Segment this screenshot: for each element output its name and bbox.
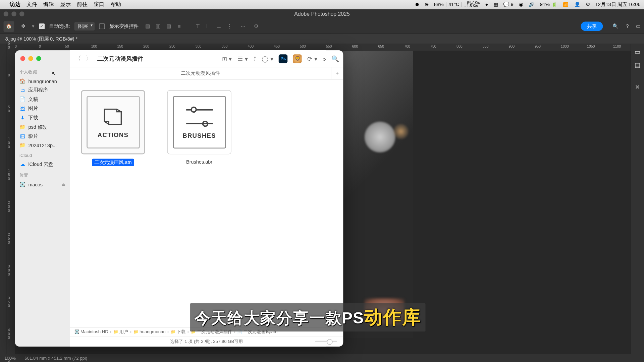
move-tool-icon[interactable]: ✥	[18, 23, 27, 29]
more-icon[interactable]: »	[323, 55, 326, 62]
share-button[interactable]: 共享	[581, 22, 603, 31]
sidebar-item[interactable]: 🎞影片	[18, 132, 67, 141]
finder-window-controls[interactable]	[20, 56, 41, 61]
finder-content[interactable]: ↖ ACTIONS二次元漫画风.atnBRUSHESBrushes.abr	[70, 79, 343, 327]
document-tab[interactable]: 8.jpg @ 100% (图层 0, RGB/8#) *	[0, 34, 644, 44]
steam-icon[interactable]: ◉	[519, 2, 523, 7]
tools-panel[interactable]	[0, 44, 7, 354]
sidebar-item[interactable]: ☁iCloud 云盘	[18, 160, 67, 169]
finder-tab[interactable]: 二次元动漫风插件	[70, 67, 331, 79]
show-transform-checkbox[interactable]	[99, 23, 105, 29]
help-icon[interactable]: ？	[625, 23, 630, 30]
action-menu-icon[interactable]: ⟳ ▾	[307, 55, 317, 62]
clock[interactable]: 12月13日 周五 16:06	[595, 1, 641, 8]
volume-icon[interactable]: 🔊	[529, 2, 535, 7]
menubar-icon-1[interactable]: ▦	[493, 2, 498, 7]
forward-button[interactable]: 〉	[86, 54, 92, 63]
group-icon[interactable]: ☰ ▾	[237, 55, 248, 62]
sidebar-item[interactable]: 📁20241213p...	[18, 141, 67, 149]
open-with-photoshop-icon[interactable]: Ps	[279, 54, 287, 63]
more-options-icon[interactable]: ⋯	[238, 22, 247, 31]
record-icon[interactable]: ⏺	[415, 2, 420, 7]
window-controls[interactable]	[4, 11, 24, 16]
align-bottom-icon[interactable]: ⊥	[215, 22, 223, 31]
sidebar-group-favorites: 个人收藏	[19, 69, 65, 75]
show-transform-label: 显示变换控件	[109, 23, 139, 30]
wifi-icon[interactable]: 📶	[562, 2, 569, 7]
gear-icon[interactable]: ⚙	[252, 22, 260, 31]
open-with-app-icon[interactable]: 🦁	[293, 54, 302, 63]
share-icon[interactable]: ⤴	[253, 55, 256, 62]
net-stats: ↑ 94.7 K/s ↓ 1.5 K/s	[464, 1, 480, 8]
zoom-level[interactable]: 100%	[4, 356, 16, 361]
path-segment[interactable]: 📁 下载	[171, 328, 186, 335]
align-middle-icon[interactable]: ⊢	[204, 22, 213, 31]
finder-title: 二次元动漫风插件	[97, 55, 143, 63]
cpu-temp: 41°C	[448, 2, 459, 7]
menu-view[interactable]: 显示	[60, 1, 71, 8]
status-bar: 100% 601.84 mm x 451.2 mm (72 ppi)	[0, 354, 644, 362]
wechat-icon[interactable]: 💬 9	[503, 2, 514, 7]
ruler-horizontal: 5005010015020025030035040045050055060065…	[15, 44, 631, 51]
menu-edit[interactable]: 编辑	[43, 1, 54, 8]
align-right-icon[interactable]: ▤	[164, 22, 173, 31]
sidebar-item[interactable]: 📄文稿	[18, 95, 67, 104]
sidebar-item[interactable]: ⬇下载	[18, 113, 67, 123]
tag-icon[interactable]: ◯ ▾	[262, 55, 273, 62]
tool-preset-dropdown[interactable]: ▾	[32, 23, 35, 29]
align-buttons: ▤ ▥ ▤ ≡	[143, 22, 183, 31]
macos-menubar: 访达 文件 编辑 显示 前往 窗口 帮助 ⏺ ⊕ 88% | 41°C | ↑ …	[0, 0, 644, 9]
finder-window: 个人收藏 🏠huangruonan🗂应用程序📄文稿🖼图片⬇下载📁psd 修改🎞影…	[15, 50, 343, 347]
panel-icon-2[interactable]: ▤	[635, 61, 640, 68]
file-item[interactable]: ACTIONS二次元漫画风.atn	[79, 90, 147, 166]
sidebar-item[interactable]: 📁psd 修改	[18, 122, 67, 132]
sidebar-item[interactable]: 💽macos	[18, 180, 67, 189]
video-caption: 今天给大家分享一款PS动作库	[190, 303, 426, 331]
menu-window[interactable]: 窗口	[94, 1, 105, 8]
right-panel-collapsed[interactable]: ▭ ▤ ✕	[631, 44, 644, 354]
finder-status-bar: 选择了 1 项 (共 2 项), 257.96 GB可用	[70, 336, 343, 347]
auto-select-target[interactable]: 图层	[74, 22, 95, 31]
menu-go[interactable]: 前往	[77, 1, 88, 8]
auto-select-label: 自动选择:	[49, 23, 70, 30]
path-segment[interactable]: 📁 huangruonan	[133, 329, 166, 334]
zoom-button[interactable]	[36, 56, 41, 61]
control-center-icon[interactable]: ⚙	[586, 2, 590, 7]
search-icon[interactable]: 🔍	[612, 23, 619, 29]
selection-status: 选择了 1 项 (共 2 项), 257.96 GB可用	[170, 338, 243, 344]
workspace-icon[interactable]: ▭	[636, 23, 640, 29]
sidebar-item[interactable]: 🖼图片	[18, 104, 67, 113]
ruler-vertical: 5 005 01 0 01 5 02 0 02 5 03 0 03 5 04 0…	[7, 44, 15, 354]
document-dimensions: 601.84 mm x 451.2 mm (72 ppi)	[24, 356, 87, 361]
distribute-v-icon[interactable]: ⋮	[225, 22, 234, 31]
auto-select-checkbox[interactable]: ✓	[39, 23, 45, 29]
sidebar-item[interactable]: 🗂应用程序	[18, 85, 67, 95]
minimize-button[interactable]	[28, 56, 33, 61]
panel-icon-3[interactable]: ✕	[635, 83, 640, 90]
sidebar-item[interactable]: 🏠huangruonan	[18, 77, 67, 85]
home-button[interactable]: 🏠	[4, 21, 14, 32]
menu-file[interactable]: 文件	[26, 1, 37, 8]
path-segment[interactable]: 💽 Macintosh HD	[74, 329, 108, 334]
panel-icon-1[interactable]: ▭	[635, 48, 640, 55]
file-item[interactable]: BRUSHESBrushes.abr	[165, 90, 233, 165]
menu-help[interactable]: 帮助	[111, 1, 121, 8]
user-icon[interactable]: 👤	[574, 2, 580, 7]
app-name[interactable]: 访达	[10, 1, 20, 8]
distribute-icon[interactable]: ≡	[175, 22, 183, 31]
compass-icon[interactable]: ⊕	[425, 2, 429, 7]
battery-status[interactable]: 91% 🔋	[540, 2, 557, 7]
align-center-h-icon[interactable]: ▥	[154, 22, 162, 31]
back-button[interactable]: 〈	[74, 54, 81, 63]
align-top-icon[interactable]: ⊤	[193, 22, 202, 31]
cloud-icon[interactable]: ●	[485, 2, 488, 7]
path-segment[interactable]: 📁 用户	[113, 328, 128, 335]
align-left-icon[interactable]: ▤	[143, 22, 152, 31]
view-mode-icon[interactable]: ⊞ ▾	[222, 55, 232, 62]
app-title: Adobe Photoshop 2025	[294, 11, 350, 17]
finder-search-icon[interactable]: 🔍	[331, 55, 339, 62]
icon-size-slider[interactable]	[315, 341, 337, 342]
close-button[interactable]	[20, 56, 25, 61]
new-tab-button[interactable]: ＋	[331, 67, 343, 79]
options-bar: 🏠 ✥ ▾ ✓ 自动选择: 图层 显示变换控件 ▤ ▥ ▤ ≡ ⊤ ⊢ ⊥ ⋮ …	[0, 19, 644, 34]
